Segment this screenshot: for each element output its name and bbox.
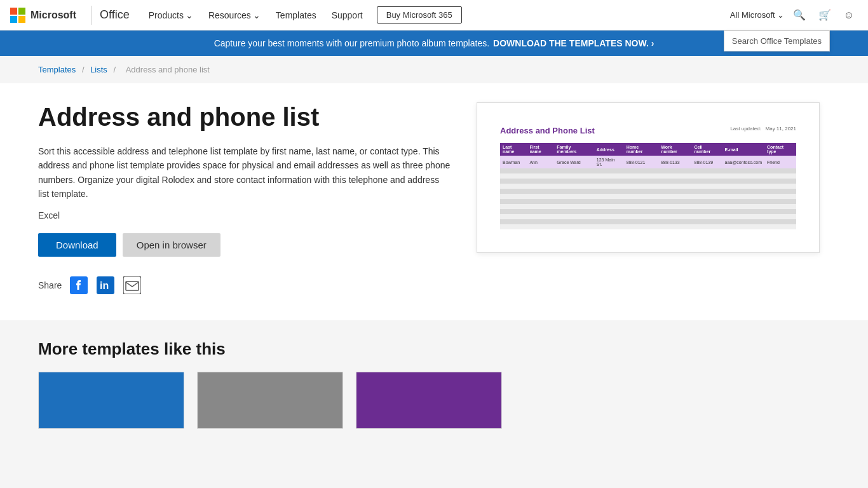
nav-resources[interactable]: Resources ⌄ [202, 8, 267, 23]
col-lastname: Last name [500, 143, 527, 156]
nav-links: Products ⌄ Resources ⌄ Templates Support… [142, 6, 730, 24]
table-row [500, 173, 796, 179]
table-row [500, 194, 796, 199]
table-row [500, 168, 796, 173]
table-row [500, 224, 796, 229]
more-templates-title: More templates like this [38, 339, 830, 359]
svg-rect-1 [18, 8, 25, 15]
preview-header-row: Address and Phone List Last updated: May… [500, 126, 796, 135]
top-navigation: Microsoft Office Products ⌄ Resources ⌄ … [0, 0, 868, 30]
preview-date: Last updated: May 11, 2021 [730, 126, 796, 132]
svg-rect-0 [10, 8, 17, 15]
breadcrumb: Templates / Lists / Address and phone li… [0, 56, 868, 83]
col-family: Family members [554, 143, 594, 156]
breadcrumb-sep1: / [82, 65, 86, 74]
table-row [500, 199, 796, 204]
col-cell: Cell number [692, 143, 722, 156]
breadcrumb-current: Address and phone list [126, 65, 210, 74]
ms-logo-icon [10, 8, 25, 23]
template-card-1[interactable] [38, 372, 184, 429]
svg-rect-3 [18, 16, 25, 23]
microsoft-wordmark: Microsoft [31, 10, 76, 21]
table-header-row: Last name First name Family members Addr… [500, 143, 796, 156]
template-card-3[interactable] [356, 372, 502, 429]
microsoft-logo[interactable]: Microsoft [10, 8, 76, 23]
chevron-down-icon: ⌄ [186, 10, 193, 20]
email-share-icon[interactable] [123, 276, 142, 295]
preview-title: Address and Phone List [500, 126, 595, 135]
breadcrumb-sep2: / [113, 65, 118, 74]
page-title: Address and phone list [38, 102, 451, 132]
download-button[interactable]: Download [38, 233, 116, 257]
nav-right: All Microsoft ⌄ 🔍 🛒 ☺ [730, 6, 858, 24]
template-preview: Address and Phone List Last updated: May… [477, 102, 820, 253]
col-firstname: First name [527, 143, 554, 156]
svg-text:in: in [100, 280, 109, 291]
nav-support[interactable]: Support [325, 8, 369, 23]
left-section: Address and phone list Sort this accessi… [38, 102, 451, 295]
office-label: Office [100, 8, 130, 22]
nav-templates[interactable]: Templates [269, 8, 323, 23]
col-home: Home number [624, 143, 658, 156]
share-row: Share in [38, 276, 451, 295]
table-row [500, 219, 796, 224]
main-content: Address and phone list Sort this accessi… [0, 83, 868, 320]
linkedin-share-icon[interactable]: in [96, 276, 115, 295]
col-contact: Contact type [764, 143, 796, 156]
promo-cta-link[interactable]: DOWNLOAD THE TEMPLATES NOW. › [493, 38, 654, 48]
svg-rect-2 [10, 16, 17, 23]
table-row [500, 184, 796, 189]
preview-table: Last name First name Family members Addr… [500, 143, 796, 229]
nav-products[interactable]: Products ⌄ [142, 8, 200, 23]
right-section: Address and Phone List Last updated: May… [477, 102, 820, 253]
page-description: Sort this accessible address and telepho… [38, 144, 451, 201]
search-dropdown: Search Office Templates [724, 30, 830, 51]
share-label: Share [38, 280, 62, 290]
table-row [500, 209, 796, 214]
chevron-down-icon: ⌄ [253, 10, 261, 20]
breadcrumb-templates[interactable]: Templates [38, 65, 76, 74]
chevron-down-icon: ⌄ [777, 10, 784, 20]
search-button[interactable]: 🔍 [789, 6, 810, 24]
more-templates-section: More templates like this [0, 320, 868, 448]
app-label: Excel [38, 210, 451, 220]
col-address: Address [594, 143, 624, 156]
templates-row [38, 372, 830, 429]
open-in-browser-button[interactable]: Open in browser [123, 233, 220, 257]
table-row [500, 179, 796, 184]
account-button[interactable]: ☺ [840, 7, 858, 24]
col-work: Work number [658, 143, 691, 156]
all-microsoft-dropdown[interactable]: All Microsoft ⌄ [730, 10, 784, 20]
action-buttons: Download Open in browser [38, 233, 451, 257]
cart-button[interactable]: 🛒 [815, 6, 835, 24]
preview-inner: Address and Phone List Last updated: May… [490, 116, 806, 240]
breadcrumb-lists[interactable]: Lists [90, 65, 107, 74]
buy-microsoft-button[interactable]: Buy Microsoft 365 [377, 6, 462, 24]
nav-divider [92, 6, 92, 25]
table-row [500, 214, 796, 219]
template-card-2[interactable] [197, 372, 343, 429]
col-email: E-mail [722, 143, 764, 156]
table-row [500, 204, 796, 209]
table-row: Bowman Ann Grace Ward 123 Main St. 888-0… [500, 156, 796, 168]
table-row [500, 189, 796, 194]
facebook-share-icon[interactable] [69, 276, 88, 295]
